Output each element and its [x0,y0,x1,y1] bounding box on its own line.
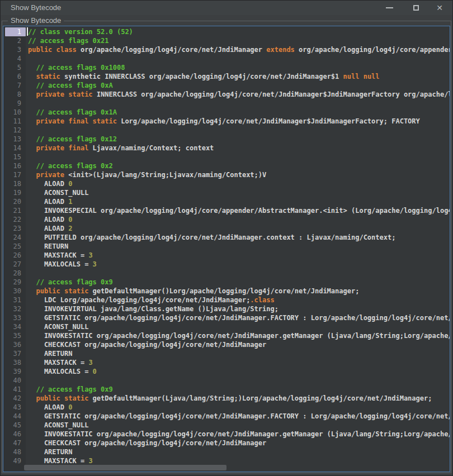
code-line [28,54,450,63]
line-number: 25 [5,242,26,251]
line-number: 49 [5,456,26,465]
line-number: 28 [5,269,26,278]
code-line: GETSTATIC org/apache/logging/log4j/core/… [28,412,450,421]
line-number: 9 [5,99,26,108]
bytecode-editor[interactable]: 1234567891011121314151617181920212223242… [3,26,450,472]
code-line: CHECKCAST org/apache/logging/log4j/core/… [28,439,450,448]
line-number: 45 [5,421,26,430]
line-number: 42 [5,394,26,403]
line-number: 38 [5,358,26,367]
line-number: 23 [5,224,26,233]
code-line: // access flags 0x1008 [28,63,450,72]
code-line: public static getDefaultManager(Ljava/la… [28,394,450,403]
line-number: 29 [5,278,26,287]
code-line: GETSTATIC org/apache/logging/log4j/core/… [28,313,450,322]
code-line: private final static Lorg/apache/logging… [28,117,450,126]
line-number: 14 [5,144,26,153]
line-number: 11 [5,117,26,126]
line-number: 1 [5,27,26,36]
line-number: 46 [5,430,26,439]
code-line: private static INNERCLASS org/apache/log… [28,90,450,99]
gutter: 1234567891011121314151617181920212223242… [3,26,26,472]
close-icon: ✕ [436,4,443,12]
minimize-icon [386,7,393,8]
line-number: 5 [5,63,26,72]
line-number: 2 [5,36,26,45]
window-title: Show Bytecode [11,3,61,12]
code-line: INVOKESTATIC org/apache/logging/log4j/co… [28,331,450,340]
line-number: 39 [5,367,26,376]
code-line: private final Ljavax/naming/Context; con… [28,144,450,153]
group-label: Show Bytecode [8,16,64,25]
code-line: MAXLOCALS = 3 [28,260,450,269]
code-line: public class org/apache/logging/log4j/co… [28,45,450,54]
code-line: private <init>(Ljava/lang/String;Ljavax/… [28,170,450,179]
line-number: 48 [5,448,26,456]
line-number: 24 [5,233,26,242]
code-line: LDC Lorg/apache/logging/log4j/core/net/J… [28,296,450,304]
code-line: // access flags 0xA [28,81,450,90]
titlebar[interactable]: Show Bytecode ✕ [1,1,452,15]
code-line: CHECKCAST org/apache/logging/log4j/core/… [28,340,450,349]
code-line: // access flags 0x9 [28,385,450,394]
code-line: MAXSTACK = 3 [28,456,450,465]
line-number: 20 [5,197,26,206]
show-bytecode-window: Show Bytecode ✕ Show Bytecode 1234567891… [0,0,453,476]
code-line: // access flags 0x2 [28,161,450,170]
code-line: RETURN [28,242,450,251]
line-number: 37 [5,349,26,358]
code-line: MAXSTACK = 3 [28,358,450,367]
line-number: 15 [5,153,26,161]
line-number: 3 [5,45,26,54]
bytecode-groupbox: Show Bytecode 12345678910111213141516171… [2,21,451,473]
minimize-button[interactable] [380,1,399,15]
close-button[interactable]: ✕ [430,1,449,15]
line-number: 18 [5,179,26,188]
code-line: ALOAD 0 [28,215,450,224]
line-number: 47 [5,439,26,448]
code-line: ALOAD 2 [28,224,450,233]
line-number: 13 [5,135,26,144]
maximize-button[interactable] [407,1,426,15]
code-line: // access flags 0x12 [28,135,450,144]
line-number: 21 [5,206,26,215]
line-number: 36 [5,340,26,349]
code-line [28,126,450,135]
line-number: 17 [5,170,26,179]
maximize-icon [413,5,419,11]
code-line: INVOKEVIRTUAL java/lang/Class.getName ()… [28,304,450,313]
code-line: ALOAD 0 [28,179,450,188]
code-line: ALOAD 1 [28,197,450,206]
code-line: // access flags 0x21 [28,36,450,45]
line-number: 33 [5,313,26,322]
line-number: 27 [5,260,26,269]
line-number: 8 [5,90,26,99]
line-number: 16 [5,161,26,170]
code-line: MAXSTACK = 3 [28,251,450,260]
line-number: 6 [5,72,26,81]
code-line: MAXLOCALS = 0 [28,367,450,376]
horizontal-scrollbar-thumb[interactable] [24,465,226,470]
line-number: 22 [5,215,26,224]
code-line: INVOKESTATIC org/apache/logging/log4j/co… [28,430,450,439]
code-line [28,376,450,385]
code-line: PUTFIELD org/apache/logging/log4j/core/n… [28,233,450,242]
line-number: 34 [5,322,26,331]
code-line [28,269,450,278]
line-number: 32 [5,304,26,313]
line-number: 31 [5,296,26,304]
code-line: ACONST_NULL [28,188,450,197]
code-line: ACONST_NULL [28,421,450,430]
code-line: INVOKESPECIAL org/apache/logging/log4j/c… [28,206,450,215]
code-line [28,153,450,161]
code-line: ARETURN [28,349,450,358]
line-number: 12 [5,126,26,135]
line-number: 43 [5,403,26,412]
text-cursor [27,27,28,36]
code-line: // access flags 0x9 [28,278,450,287]
line-number: 10 [5,108,26,117]
line-number: 7 [5,81,26,90]
code-line [28,99,450,108]
line-number: 19 [5,188,26,197]
line-number: 41 [5,385,26,394]
